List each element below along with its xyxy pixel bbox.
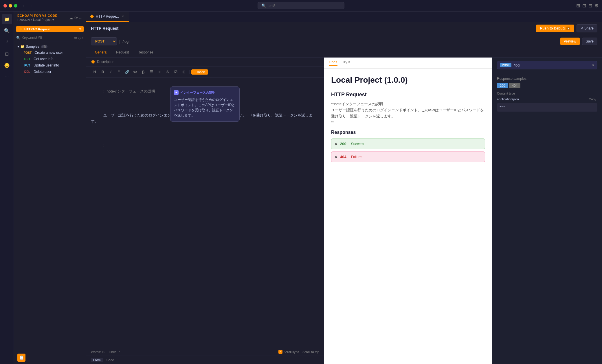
http12-icon: 🔶 (19, 27, 23, 31)
activity-more[interactable]: ··· (2, 72, 12, 82)
nav-forward[interactable]: → (28, 3, 32, 8)
scroll-to-top-link[interactable]: Scroll to top (302, 350, 319, 354)
list-item[interactable]: PUT Update user info (21, 62, 84, 69)
app-body: 📁 🔍 ⑂ ⊞ 😊 ··· ECHOAPI FOR VS CODE EchoAP… (0, 12, 602, 364)
search-bar[interactable]: 🔍 (258, 2, 344, 9)
tab-nav-general[interactable]: General (91, 48, 111, 57)
nav-group-samples: ▾ 📁 Samples (4) POST Create a new user G… (14, 43, 86, 75)
toolbar-ordered-list-button[interactable]: ≡ (156, 68, 163, 76)
activity-git[interactable]: ⑂ (2, 37, 12, 47)
keyword-url-input[interactable] (22, 36, 73, 40)
item-label: Get user info (34, 57, 54, 61)
scroll-sync[interactable]: ✓ Scroll sync (278, 350, 299, 354)
copy-button[interactable]: Copy (588, 96, 597, 102)
breadcrumb-project[interactable]: Local Project ▾ (33, 18, 54, 22)
editor-toolbar: H B I " 🔗 <> {} ☰ ≡ S ☑ ⊞ + Insert (86, 66, 324, 78)
activity-face[interactable]: 😊 (2, 60, 12, 71)
editor-content[interactable]: :::noteインターフェースの説明 ユーザー認証を行うためのログインエンドポイ… (86, 78, 324, 348)
nav-back[interactable]: ← (22, 3, 26, 8)
group-label: Samples (26, 45, 39, 49)
tab-nav-request[interactable]: Request (112, 48, 133, 57)
rs-tab-404[interactable]: 404 (509, 83, 520, 88)
chevron-icon: ▶ (335, 142, 338, 145)
toolbar-link-button[interactable]: 🔗 (123, 68, 131, 76)
footer-stats: Words: 19 Lines: 7 (91, 350, 120, 354)
close-button[interactable] (3, 4, 7, 8)
push-debug-chevron-icon: ▾ (566, 27, 570, 30)
ai-icon: ✦ (174, 90, 179, 95)
response-404-code: 404 (340, 155, 346, 159)
http12-request-button[interactable]: 🔶 HTTP1/2 Request ▾ (16, 26, 84, 32)
split-icon[interactable]: ⊟ (588, 3, 592, 8)
scroll-sync-checkbox[interactable]: ✓ (278, 350, 282, 354)
search-input[interactable] (268, 4, 341, 8)
activity-search[interactable]: 🔍 (2, 25, 12, 36)
toolbar-json-button[interactable]: {} (140, 68, 147, 76)
tab-http-request[interactable]: 🔶 HTTP Reque... × (86, 12, 129, 22)
share-button[interactable]: ↗ Share (577, 24, 597, 32)
toolbar-checkbox-button[interactable]: ☑ (172, 68, 179, 76)
toolbar-quote-button[interactable]: " (115, 68, 123, 76)
sidebar-brand: ECHOAPI FOR VS CODE (17, 14, 57, 17)
line-count: Lines: 7 (109, 350, 120, 354)
toolbar-strike-button[interactable]: S (164, 68, 171, 76)
request-header: HTTP Request Push to Debug ▾ ↗ Share (86, 22, 602, 35)
tab-close-button[interactable]: × (121, 14, 125, 19)
response-404-item[interactable]: ▶ 404 Failure (331, 151, 485, 162)
toolbar-bold-button[interactable]: B (99, 68, 107, 76)
list-item[interactable]: DEL Delete user (21, 69, 84, 75)
list-item[interactable]: GET Get user info (21, 56, 84, 62)
try-it-tab[interactable]: Try it (342, 60, 350, 66)
activity-bar: 📁 🔍 ⑂ ⊞ 😊 ··· (0, 12, 14, 364)
minimize-button[interactable] (9, 4, 12, 8)
sort-icon[interactable]: ↕ (82, 36, 84, 40)
editor-bottom-tabs: From Code (86, 356, 324, 364)
description-icon: 🔶 (91, 60, 95, 64)
footer-tab-code[interactable]: Code (104, 358, 116, 362)
filter-icon[interactable]: ◇ (78, 36, 81, 40)
add-icon[interactable]: ⊕ (74, 36, 77, 40)
toolbar-table-button[interactable]: ⊞ (180, 68, 188, 76)
maximize-button[interactable] (14, 4, 17, 8)
sidebar-nav: ▾ 📁 Samples (4) POST Create a new user G… (14, 42, 86, 351)
toolbar-h-button[interactable]: H (91, 68, 98, 76)
save-button[interactable]: Save (582, 38, 597, 45)
editor-footer: Words: 19 Lines: 7 ✓ Scroll sync Scroll … (86, 348, 324, 356)
layout-icon[interactable]: ⊡ (582, 3, 586, 8)
response-sample-tabs: 200 404 (497, 83, 597, 88)
search-icon: 🔍 (16, 36, 21, 40)
rs-tab-200[interactable]: 200 (497, 83, 508, 88)
titlebar-right-icons: ⊞ ⊡ ⊟ ⚙ (576, 3, 599, 8)
push-to-debug-button[interactable]: Push to Debug ▾ (536, 25, 574, 32)
url-input[interactable] (122, 39, 558, 44)
sidebar-search[interactable]: 🔍 ⊕ ◇ ↕ (14, 34, 86, 42)
toolbar-list-button[interactable]: ☰ (148, 68, 155, 76)
list-item[interactable]: POST Create a new user (21, 49, 84, 56)
toolbar-insert-button[interactable]: + Insert (191, 69, 208, 75)
docs-responses: Responses ▶ 200 Success ▶ 404 Failure (331, 130, 485, 162)
docs-tab[interactable]: Docs (329, 60, 337, 66)
toolbar-code-button[interactable]: <> (131, 68, 139, 76)
ai-popup-title: インターフェースの説明 (180, 90, 215, 95)
sidebar-toggle-icon[interactable]: ⊞ (576, 3, 580, 8)
footer-tab-from[interactable]: From (91, 358, 103, 362)
ai-popup-text: ユーザー認証を行うためのログインエンドポイント。このAPIはユーザーIDとパスワ… (174, 97, 236, 118)
cloud-icon[interactable]: ☁ (69, 16, 73, 20)
method-select[interactable]: POST GET PUT DELETE (91, 37, 117, 45)
http12-chevron-icon: ▾ (79, 27, 81, 31)
response-200-item[interactable]: ▶ 200 Success (331, 138, 485, 149)
sync-icon[interactable]: ⟳ (74, 16, 78, 20)
traffic-lights (3, 4, 17, 8)
sidebar-bottom: 📋 (14, 351, 86, 364)
activity-grid[interactable]: ⊞ (2, 49, 12, 59)
main-content: 🔶 HTTP Reque... × HTTP Request Push to D… (86, 12, 602, 364)
nav-group-header-samples[interactable]: ▾ 📁 Samples (4) (16, 44, 84, 49)
toolbar-italic-button[interactable]: I (107, 68, 115, 76)
activity-explorer[interactable]: 📁 (2, 14, 12, 24)
settings-icon[interactable]: ⚙ (594, 3, 599, 8)
more-icon[interactable]: ··· (79, 16, 82, 20)
preview-button[interactable]: Preview (560, 38, 580, 45)
url-divider: | (119, 39, 120, 44)
method-badge-get: GET (23, 57, 32, 61)
tab-nav-response[interactable]: Response (133, 48, 157, 57)
